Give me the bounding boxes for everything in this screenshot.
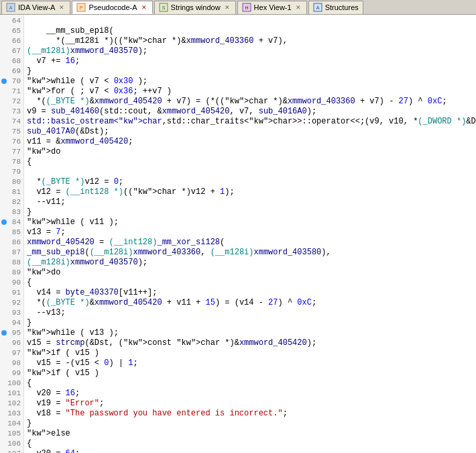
code-line-93: --v13;: [27, 308, 473, 318]
line-num-text: 100: [7, 379, 21, 389]
line-number-64: 64: [0, 16, 23, 26]
line-number-82: 82: [0, 197, 23, 207]
code-line-89: "kw">do: [27, 268, 473, 278]
line-number-97: 97: [0, 348, 23, 358]
line-number-86: 86: [0, 238, 23, 248]
tab-pseudo-close[interactable]: ✕: [140, 3, 148, 11]
line-number-69: 69: [0, 66, 23, 77]
code-line-81: v12 = (__int128 *)(("kw">char *)v12 + 1)…: [27, 187, 473, 197]
line-num-text: 82: [12, 197, 21, 207]
line-number-93: 93: [0, 308, 23, 318]
svg-text:A: A: [316, 5, 319, 10]
line-number-101: 101: [0, 389, 23, 399]
code-line-106: {: [27, 439, 473, 449]
code-line-99: "kw">if ( v15 ): [27, 368, 473, 379]
line-num-text: 66: [12, 36, 21, 46]
hex-icon: H: [242, 3, 251, 12]
line-num-text: 72: [12, 97, 21, 107]
line-num-text: 104: [7, 419, 21, 429]
code-line-71: "kw">for ( ; v7 < 0x36; ++v7 ): [27, 87, 473, 97]
line-number-92: 92: [0, 298, 23, 308]
code-line-91: v14 = byte_403370[v11++];: [27, 288, 473, 298]
line-num-text: 78: [12, 157, 21, 167]
code-line-85: v13 = 7;: [27, 228, 473, 238]
line-number-72: 72: [0, 97, 23, 107]
tab-hex-close[interactable]: ✕: [294, 3, 302, 11]
line-number-74: 74: [0, 117, 23, 127]
line-num-text: 106: [7, 439, 21, 449]
line-num-text: 86: [12, 238, 21, 248]
tab-structures[interactable]: A Structures: [308, 1, 363, 14]
line-number-77: 77: [0, 147, 23, 157]
line-number-88: 88: [0, 258, 23, 268]
tab-strings-window[interactable]: S Strings window ✕: [154, 1, 236, 14]
line-number-76: 76: [0, 137, 23, 147]
code-line-96: v15 = strcmp(&Dst, ("kw">const "kw">char…: [27, 338, 473, 348]
line-num-text: 98: [12, 358, 21, 368]
line-num-text: 83: [12, 207, 21, 217]
line-number-105: 105: [0, 429, 23, 439]
code-line-94: }: [27, 318, 473, 328]
line-num-text: 71: [12, 87, 21, 97]
line-num-text: 67: [12, 46, 21, 56]
line-num-text: 103: [7, 409, 21, 419]
code-line-74: std::basic_ostream<"kw">char,std::char_t…: [27, 117, 473, 127]
tab-strings-close[interactable]: ✕: [223, 3, 231, 11]
code-line-100: {: [27, 379, 473, 389]
svg-text:A: A: [9, 5, 13, 10]
line-num-text: 77: [12, 147, 21, 157]
code-line-68: v7 += 16;: [27, 56, 473, 66]
line-num-text: 88: [12, 258, 21, 268]
line-num-text: 76: [12, 137, 21, 147]
code-line-103: v18 = "The password you have entered is …: [27, 409, 473, 419]
tab-ida-label: IDA View-A: [18, 3, 55, 11]
tab-hex-view-1[interactable]: H Hex View-1 ✕: [237, 1, 307, 14]
line-number-84: 84: [0, 217, 23, 228]
code-line-72: *((_BYTE *)&xmmword_405420 + v7) = (*(("…: [27, 97, 473, 107]
line-number-75: 75: [0, 127, 23, 137]
line-number-90: 90: [0, 278, 23, 288]
line-num-text: 81: [12, 187, 21, 197]
line-number-91: 91: [0, 288, 23, 298]
line-number-98: 98: [0, 358, 23, 368]
line-number-73: 73: [0, 107, 23, 117]
line-num-text: 84: [12, 217, 21, 228]
code-line-77: "kw">do: [27, 147, 473, 157]
line-num-text: 89: [12, 268, 21, 278]
svg-text:S: S: [162, 5, 165, 10]
line-num-text: 70: [12, 77, 21, 87]
line-number-68: 68: [0, 56, 23, 66]
tab-pseudocode-a[interactable]: P Pseudocode-A ✕: [72, 1, 152, 14]
line-num-text: 80: [12, 177, 21, 187]
ida-icon: A: [6, 3, 15, 12]
breakpoint-dot: [1, 330, 7, 336]
code-line-88: (__m128i)xmmword_403570);: [27, 258, 473, 268]
code-line-105: "kw">else: [27, 429, 473, 439]
line-number-94: 94: [0, 318, 23, 328]
breakpoint-dot: [1, 79, 7, 84]
line-num-text: 69: [12, 66, 21, 77]
tab-ida-close[interactable]: ✕: [58, 3, 66, 11]
code-line-80: *(_BYTE *)v12 = 0;: [27, 177, 473, 187]
line-num-text: 75: [12, 127, 21, 137]
code-line-73: v9 = sub_401460(std::cout, &xmmword_4054…: [27, 107, 473, 117]
code-line-84: "kw">while ( v11 );: [27, 217, 473, 228]
line-number-95: 95: [0, 328, 23, 338]
line-number-81: 81: [0, 187, 23, 197]
line-num-text: 94: [12, 318, 21, 328]
line-number-67: 67: [0, 46, 23, 56]
code-line-102: v19 = "Error";: [27, 399, 473, 409]
line-number-100: 100: [0, 379, 23, 389]
code-line-101: v20 = 16;: [27, 389, 473, 399]
tab-bar: A IDA View-A ✕ P Pseudocode-A ✕ S String…: [0, 0, 476, 15]
line-num-text: 85: [12, 228, 21, 238]
line-number-102: 102: [0, 399, 23, 409]
code-line-97: "kw">if ( v15 ): [27, 348, 473, 358]
code-line-92: *((_BYTE *)&xmmword_405420 + v11 + 15) =…: [27, 298, 473, 308]
tab-ida-view-a[interactable]: A IDA View-A ✕: [1, 1, 70, 14]
code-line-104: }: [27, 419, 473, 429]
line-number-106: 106: [0, 439, 23, 449]
line-num-text: 93: [12, 308, 21, 318]
line-number-85: 85: [0, 228, 23, 238]
code-content[interactable]: __mm_sub_epi8( *(__m128i *)(("kw">char *…: [24, 15, 476, 453]
